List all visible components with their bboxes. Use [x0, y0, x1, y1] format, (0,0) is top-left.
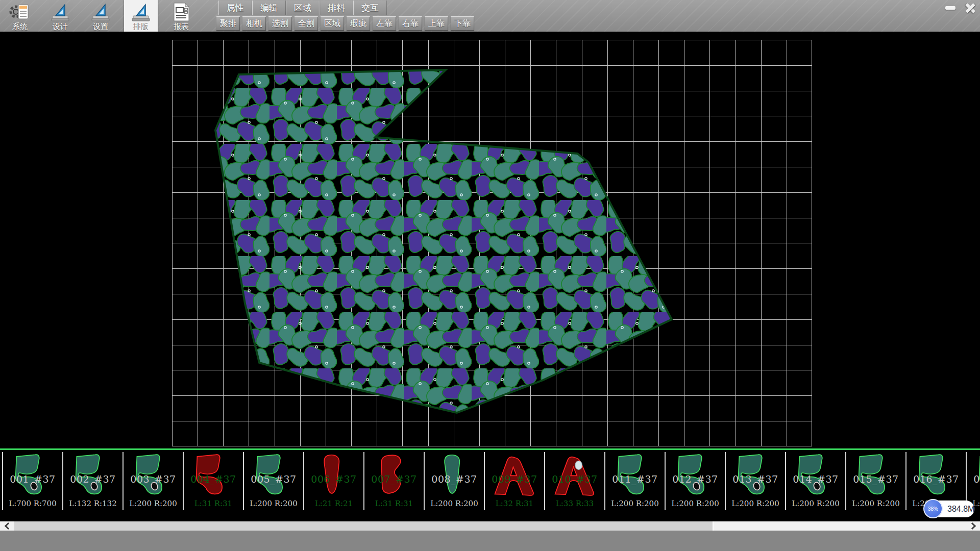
tool-button-2[interactable]: 相机: [242, 16, 266, 31]
part-id: 002_#37: [63, 473, 122, 485]
part-cell-012_#37[interactable]: 012_#37L:200 R:200: [666, 452, 726, 510]
part-id: 011_#37: [605, 473, 665, 485]
part-cell-003_#37[interactable]: 003_#37L:200 R:200: [124, 452, 184, 510]
set-square-icon: [129, 2, 153, 22]
tool-button-1[interactable]: 聚排: [216, 16, 240, 31]
tool-button-8[interactable]: 右靠: [399, 16, 422, 31]
tool-button-7[interactable]: 左靠: [373, 16, 396, 31]
part-id: 006_#37: [304, 473, 363, 485]
part-id: 005_#37: [244, 473, 303, 485]
report-icon: [169, 2, 193, 22]
scroll-left-icon: [4, 522, 11, 530]
part-lr-count: L:33 R:33: [545, 499, 604, 508]
part-id: 016_#37: [906, 473, 966, 485]
menu-button-5[interactable]: 交互: [353, 1, 387, 15]
parts-list: 001_#37L:700 R:700002_#37L:132 R:132003_…: [2, 452, 980, 510]
status-bar: [0, 531, 980, 551]
part-cell-010_#37[interactable]: 010_#37L:33 R:33: [545, 452, 605, 510]
part-cell-014_#37[interactable]: 014_#37L:200 R:200: [786, 452, 846, 510]
tool-button-6[interactable]: 瑕疵: [347, 16, 370, 31]
part-lr-count: L:200 R:200: [786, 499, 845, 508]
horizontal-scrollbar[interactable]: [0, 521, 980, 531]
tab-bar: 系统设计设置排版报表: [3, 0, 205, 32]
tab-5[interactable]: 报表: [164, 0, 198, 32]
part-cell-009_#37[interactable]: 009_#37L:32 R:31: [485, 452, 545, 510]
menu-button-3[interactable]: 区域: [286, 1, 320, 15]
tab-label: 系统: [12, 22, 28, 31]
part-lr-count: L:200 R:200: [244, 499, 303, 508]
part-lr-count: L:200 R:200: [846, 499, 905, 508]
part-id: 014_#37: [786, 473, 845, 485]
part-lr-count: L:31 R:31: [364, 499, 424, 508]
part-cell-001_#37[interactable]: 001_#37L:700 R:700: [2, 452, 63, 510]
status-badge: 38% 384.8M: [925, 500, 974, 517]
tool-row: 聚排相机选割全割区域瑕疵左靠右靠上靠下靠: [216, 16, 474, 31]
tab-label: 排版: [133, 22, 149, 31]
part-id: 013_#37: [726, 473, 785, 485]
window-controls: [942, 2, 978, 14]
part-id: 010_#37: [545, 473, 604, 485]
part-cell-008_#37[interactable]: 008_#37L:200 R:200: [425, 452, 485, 510]
tab-1[interactable]: 系统: [3, 0, 37, 32]
part-lr-count: L:200 R:200: [425, 499, 484, 508]
tool-button-9[interactable]: 上靠: [425, 16, 448, 31]
memory-value: 384.8M: [947, 500, 974, 517]
part-lr-count: L:200 R:200: [666, 499, 725, 508]
part-lr-count: L:31 R:31: [184, 499, 243, 508]
part-cell-015_#37[interactable]: 015_#37L:200 R:200: [846, 452, 906, 510]
part-id: 003_#37: [124, 473, 183, 485]
nesting-canvas[interactable]: [0, 32, 980, 448]
tab-label: 设计: [53, 22, 68, 31]
part-id: 007_#37: [364, 473, 424, 485]
menu-button-4[interactable]: 排料: [320, 1, 353, 15]
tool-button-10[interactable]: 下靠: [451, 16, 474, 31]
part-id: 015_#37: [846, 473, 905, 485]
menu-button-2[interactable]: 编辑: [252, 1, 286, 15]
part-cell-005_#37[interactable]: 005_#37L:200 R:200: [244, 452, 304, 510]
part-lr-count: L:200 R:200: [726, 499, 785, 508]
progress-circle: 38%: [923, 499, 943, 518]
menu-row: 属性编辑区域排料交互: [218, 1, 387, 15]
part-cell-013_#37[interactable]: 013_#37L:200 R:200: [726, 452, 786, 510]
part-lr-count: L:200 R:200: [124, 499, 183, 508]
part-cell-006_#37[interactable]: 006_#37L:21 R:21: [304, 452, 364, 510]
leather-hide[interactable]: [215, 70, 672, 413]
part-id: 008_#37: [425, 473, 484, 485]
part-id: 017_#37: [967, 473, 980, 485]
part-id: 012_#37: [666, 473, 725, 485]
part-lr-count: L:132 R:132: [63, 499, 122, 508]
part-id: 004_#37: [184, 473, 243, 485]
system-gear-icon: [8, 2, 32, 22]
part-lr-count: L:21 R:21: [304, 499, 363, 508]
close-button[interactable]: [962, 2, 978, 14]
part-lr-count: L:200 R:200: [605, 499, 665, 508]
part-lr-count: L:32 R:31: [485, 499, 544, 508]
tool-button-3[interactable]: 选割: [268, 16, 292, 31]
part-lr-count: L:700 R:700: [3, 499, 62, 508]
part-cell-007_#37[interactable]: 007_#37L:31 R:31: [364, 452, 425, 510]
part-cell-011_#37[interactable]: 011_#37L:200 R:200: [605, 452, 666, 510]
close-icon: [964, 2, 976, 14]
part-cell-004_#37[interactable]: 004_#37L:31 R:31: [184, 452, 244, 510]
set-square-icon: [48, 2, 72, 22]
tab-label: 设置: [93, 22, 108, 31]
menu-button-1[interactable]: 属性: [218, 1, 252, 15]
scrollbar-thumb[interactable]: [14, 521, 714, 531]
scroll-right-button[interactable]: [966, 521, 980, 531]
parts-strip: 001_#37L:700 R:700002_#37L:132 R:132003_…: [0, 450, 980, 521]
minimize-button[interactable]: [942, 2, 959, 14]
tab-2[interactable]: 设计: [43, 0, 77, 32]
minimize-icon: [945, 6, 955, 10]
nest-layout-svg: [0, 32, 980, 448]
part-id: 009_#37: [485, 473, 544, 485]
scroll-right-icon: [968, 522, 975, 530]
tab-4[interactable]: 排版: [124, 0, 158, 32]
part-cell-002_#37[interactable]: 002_#37L:132 R:132: [63, 452, 124, 510]
tab-label: 报表: [174, 22, 189, 31]
scroll-left-button[interactable]: [0, 521, 14, 531]
tool-button-5[interactable]: 区域: [321, 16, 344, 31]
set-square-icon: [89, 2, 112, 22]
tab-3[interactable]: 设置: [84, 0, 117, 32]
tool-button-4[interactable]: 全割: [295, 16, 318, 31]
part-id: 001_#37: [3, 473, 62, 485]
